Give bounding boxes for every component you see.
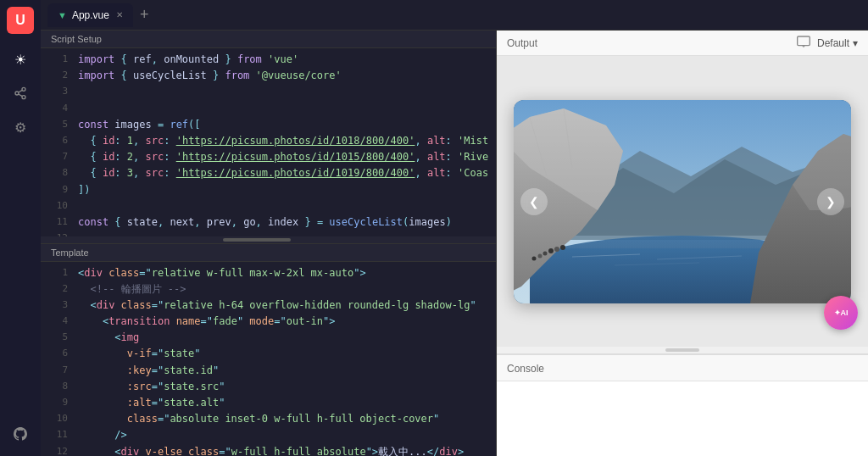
code-line: 9 :alt="state.alt" [41,395,496,411]
output-controls: Default ▾ [797,36,858,50]
github-icon[interactable] [5,419,36,449]
code-line: 9 ]) [41,182,496,198]
code-line: 1 <div class="relative w-full max-w-2xl … [41,265,496,281]
code-line: 5 const images = ref([ [41,117,496,133]
code-line: 6 { id: 1, src: 'https://picsum.photos/i… [41,133,496,149]
svg-point-20 [548,248,554,253]
tabs-bar: ▼ App.vue ✕ + [41,0,868,31]
console-body[interactable] [497,381,868,395]
settings-icon[interactable]: ⚙ [5,112,36,142]
svg-point-21 [554,247,559,252]
sidebar: U ☀ ⚙ [0,0,41,456]
tab-close-icon[interactable]: ✕ [116,10,123,19]
script-setup-header: Script Setup [41,31,496,48]
console-title: Console [507,363,544,375]
script-setup-section: Script Setup 1 import { ref, onMounted }… [41,31,496,244]
code-line: 2 <!-- 輪播圖片 --> [41,281,496,298]
output-scroll-indicator [497,347,868,353]
code-line: 6 v-if="state" [41,346,496,362]
code-line: 8 { id: 3, src: 'https://picsum.photos/i… [41,165,496,181]
svg-point-22 [560,245,565,250]
code-line: 12 <div v-else class="w-full h-full abso… [41,444,496,456]
chevron-down-icon: ▾ [853,37,858,49]
code-line: 7 :key="state.id" [41,363,496,379]
app-logo: U [7,7,34,34]
carousel-preview: ❮ ❯ [514,100,851,303]
code-line: 5 <img [41,330,496,346]
code-line: 1 import { ref, onMounted } from 'vue' [41,52,496,68]
svg-point-1 [15,92,19,95]
code-line: 2 import { useCycleList } from '@vueuse/… [41,68,496,84]
template-header: Template [41,244,496,262]
ai-button[interactable]: ✦AI [824,296,858,330]
console-header: Console [497,355,868,381]
console-section: Console [497,354,868,456]
svg-line-4 [19,90,23,92]
code-line: 4 [41,101,496,117]
carousel-next-button[interactable]: ❯ [817,188,844,215]
code-line: 11 /> [41,427,496,443]
code-line: 8 :src="state.src" [41,379,496,395]
script-setup-code[interactable]: 1 import { ref, onMounted } from 'vue' 2… [41,48,496,236]
output-title: Output [507,37,537,49]
share-icon[interactable] [5,78,36,108]
svg-point-25 [538,253,542,258]
code-line: 7 { id: 2, src: 'https://picsum.photos/i… [41,149,496,165]
add-tab-button[interactable]: + [136,6,153,24]
code-line: 10 [41,198,496,214]
code-line: 3 <div class="relative h-64 overflow-hid… [41,298,496,314]
script-scroll-indicator [41,236,496,243]
code-panel: Script Setup 1 import { ref, onMounted }… [41,31,497,456]
code-line: 3 [41,84,496,100]
output-body: ❮ ❯ ✦AI [497,56,868,347]
template-section: Template 1 <div class="relative w-full m… [41,244,496,457]
vue-icon: ▼ [58,10,67,20]
template-code[interactable]: 1 <div class="relative w-full max-w-2xl … [41,262,496,457]
output-section: Output Default ▾ [497,31,868,354]
svg-point-2 [22,96,25,99]
main-panel: ▼ App.vue ✕ + Script Setup 1 import { re… [41,0,868,456]
code-line: 11 const { state, next, prev, go, index … [41,214,496,231]
svg-line-3 [19,94,23,97]
svg-rect-5 [798,36,810,46]
tab-label: App.vue [72,9,109,21]
right-panel: Output Default ▾ [497,31,868,456]
output-dropdown[interactable]: Default ▾ [817,37,858,49]
content-area: Script Setup 1 import { ref, onMounted }… [41,31,868,456]
code-line: 10 class="absolute inset-0 w-full h-full… [41,411,496,427]
device-icon [797,36,810,50]
code-line: 4 <transition name="fade" mode="out-in"> [41,314,496,330]
svg-point-24 [532,256,537,260]
tab-app-vue[interactable]: ▼ App.vue ✕ [47,3,133,27]
sun-icon[interactable]: ☀ [5,44,36,75]
svg-point-0 [22,87,25,91]
output-header: Output Default ▾ [497,31,868,56]
carousel-prev-button[interactable]: ❮ [520,188,548,215]
svg-point-23 [543,251,548,255]
